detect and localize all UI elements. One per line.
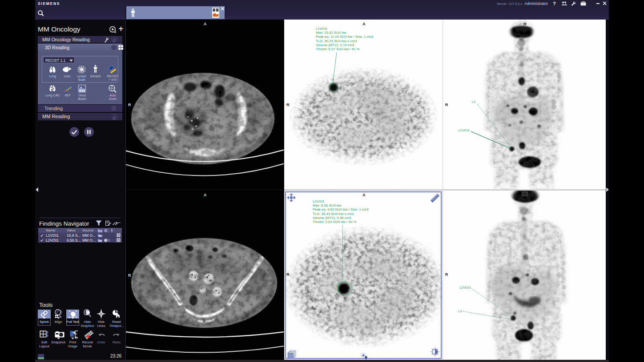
svg-text:R: R — [286, 272, 290, 277]
svg-text:TLG: 35,43 SUV-bw x cm3: TLG: 35,43 SUV-bw x cm3 — [313, 212, 354, 216]
svg-text:A: A — [362, 22, 366, 26]
svg-text:A: A — [204, 193, 207, 197]
svg-text:H: H — [523, 22, 527, 26]
svg-text:Thresh: 2,63 SUV-bw / 40 %: Thresh: 2,63 SUV-bw / 40 % — [313, 220, 356, 224]
svg-text:R: R — [128, 103, 131, 107]
svg-text:R: R — [445, 103, 448, 107]
svg-text:Volume (MTV): 9,46 cm3: Volume (MTV): 9,46 cm3 — [313, 216, 351, 220]
svg-text:R: R — [286, 103, 290, 107]
svg-text:L1VOI1: L1VOI1 — [316, 27, 327, 31]
svg-text:A: A — [204, 22, 207, 26]
svg-text:Max: 6,56 SUV-bw: Max: 6,56 SUV-bw — [313, 203, 342, 207]
svg-text:L1: L1 — [458, 309, 462, 313]
svg-text:TLG: 30,25 SUV-bw x cm3: TLG: 30,25 SUV-bw x cm3 — [316, 39, 357, 43]
svg-text:Peak eq: 4,69 SUV-bw / Size: 1: Peak eq: 4,69 SUV-bw / Size: 1 cm3 — [313, 207, 369, 211]
svg-text:R: R — [128, 273, 131, 278]
svg-text:Max: 15,92 SUV-bw: Max: 15,92 SUV-bw — [316, 31, 346, 35]
svg-text:L1VOI1: L1VOI1 — [458, 128, 470, 132]
svg-text:L2VOI1: L2VOI1 — [313, 199, 324, 203]
svg-text:L2VOI1: L2VOI1 — [459, 286, 471, 290]
svg-text:Thresh: 6,37 SUV-bw / 40 %: Thresh: 6,37 SUV-bw / 40 % — [316, 47, 359, 51]
svg-text:Peak eq: 11,04 SUV-bw / Size:: Peak eq: 11,04 SUV-bw / Size: 1 cm3 — [316, 35, 373, 39]
svg-text:A: A — [362, 193, 366, 197]
svg-text:Volume (MTV): 2,74 cm3: Volume (MTV): 2,74 cm3 — [316, 43, 354, 47]
svg-text:L2: L2 — [472, 100, 476, 104]
svg-text:R: R — [445, 272, 448, 277]
